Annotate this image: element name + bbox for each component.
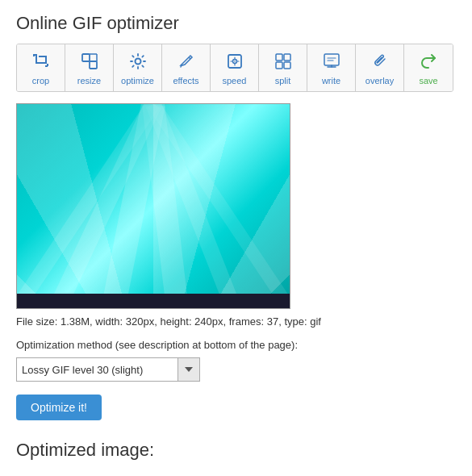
paperclip-icon: [371, 52, 389, 73]
file-info: File size: 1.38M, width: 320px, height: …: [16, 315, 456, 328]
save-label: save: [419, 76, 437, 86]
optimization-label: Optimization method (see description at …: [16, 339, 456, 351]
toolbar-optimize-button[interactable]: optimize: [114, 44, 162, 91]
toolbar-speed-button[interactable]: speed: [211, 44, 259, 91]
optimize-toolbar-label: optimize: [121, 76, 154, 86]
toolbar-split-button[interactable]: split: [259, 44, 307, 91]
toolbar: crop resize optimize: [16, 44, 453, 92]
svg-rect-19: [284, 62, 290, 69]
optimization-select[interactable]: Lossy GIF level 30 (slight)Lossy GIF lev…: [16, 357, 178, 382]
gif-preview-container: [16, 103, 290, 309]
resize-icon: [81, 52, 98, 73]
toolbar-write-button[interactable]: write: [307, 44, 356, 91]
optimize-button[interactable]: Optimize it!: [16, 395, 102, 420]
speed-label: speed: [223, 76, 247, 86]
overlay-label: overlay: [365, 76, 394, 86]
select-dropdown-arrow[interactable]: [178, 357, 200, 382]
chevron-down-icon: [185, 367, 193, 372]
pencil-icon: [178, 52, 195, 73]
svg-rect-18: [276, 62, 282, 69]
effects-label: effects: [173, 76, 198, 86]
write-icon: [323, 52, 340, 73]
optimized-image-heading: Optimized image:: [16, 440, 456, 461]
svg-rect-8: [82, 54, 90, 61]
page-title: Online GIF optimizer: [16, 13, 456, 34]
toolbar-crop-button[interactable]: crop: [17, 44, 65, 91]
toolbar-overlay-button[interactable]: overlay: [356, 44, 404, 91]
svg-point-12: [135, 58, 140, 64]
toolbar-effects-button[interactable]: effects: [162, 44, 211, 91]
svg-point-15: [234, 61, 236, 62]
svg-rect-17: [284, 54, 290, 61]
split-icon: [274, 52, 292, 73]
svg-rect-16: [276, 54, 282, 61]
svg-rect-1: [36, 62, 45, 64]
crop-icon: [32, 52, 50, 73]
split-label: split: [275, 76, 291, 86]
gear-icon: [129, 52, 147, 73]
write-label: write: [322, 76, 340, 86]
toolbar-resize-button[interactable]: resize: [65, 44, 114, 91]
svg-rect-20: [324, 54, 339, 65]
resize-label: resize: [77, 76, 101, 86]
svg-rect-3: [45, 56, 47, 64]
speed-icon: [226, 52, 244, 73]
gif-canvas: [17, 104, 290, 308]
save-share-icon: [420, 52, 437, 73]
optimization-select-row: Lossy GIF level 30 (slight)Lossy GIF lev…: [16, 357, 456, 382]
svg-rect-6: [33, 54, 35, 56]
toolbar-save-button[interactable]: save: [404, 44, 453, 91]
svg-rect-9: [90, 61, 97, 69]
svg-rect-7: [47, 64, 48, 66]
crop-label: crop: [32, 76, 49, 86]
